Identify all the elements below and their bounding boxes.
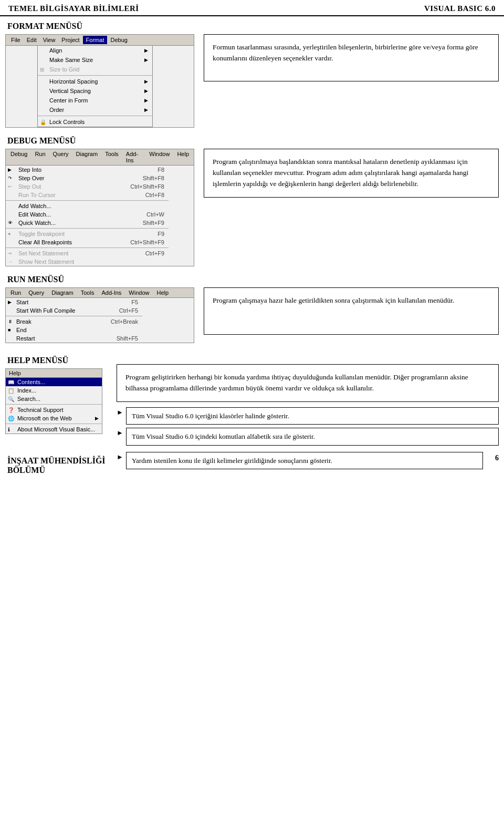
menu-item-align[interactable]: Align <box>38 46 152 55</box>
debug-sep-3 <box>6 247 169 248</box>
menu-item-center-in-form[interactable]: Center in Form <box>38 96 152 105</box>
format-dropdown: Align Make Same Size ⊞ Size to Grid Hori… <box>37 46 153 127</box>
about-icon: ℹ <box>8 427 10 432</box>
help-index-text: Tüm Visual Studio 6.0 içindeki komutları… <box>126 428 499 446</box>
debug-item-edit-watch[interactable]: Edit Watch... Ctrl+W <box>6 210 169 219</box>
menu-item-lock-controls[interactable]: 🔒 Lock Controls <box>38 117 152 127</box>
debug-sep-2 <box>6 228 169 229</box>
run-bar-help[interactable]: Help <box>154 289 171 296</box>
quick-watch-icon: 👁 <box>8 220 13 225</box>
help-item-search[interactable]: 🔍 Search... <box>6 395 102 403</box>
debug-bar-addins[interactable]: Add-Ins <box>123 150 144 164</box>
search-icon: 🔍 <box>8 396 14 402</box>
menu-item-vert-spacing[interactable]: Vertical Spacing <box>38 86 152 96</box>
help-arrow-1: ► <box>117 407 126 417</box>
show-next-icon: → <box>8 259 13 264</box>
run-menu-window: Run Query Diagram Tools Add-Ins Window H… <box>5 287 194 343</box>
format-section: FORMAT MENÜSÜ <box>0 22 504 31</box>
step-over-icon: ↷ <box>8 176 12 181</box>
help-bar-help[interactable]: Help <box>9 370 21 376</box>
debug-item-clear-all-bp[interactable]: Clear All Breakpoints Ctrl+Shift+F9 <box>6 238 169 246</box>
menu-bar-debug[interactable]: Debug <box>107 36 130 44</box>
menu-item-horiz-spacing[interactable]: Horizontal Spacing <box>38 77 152 86</box>
menu-bar-edit[interactable]: Edit <box>24 36 40 44</box>
break-icon: ⏸ <box>8 319 13 324</box>
help-menu-bar: Help <box>6 369 102 378</box>
debug-item-step-over[interactable]: ↷ Step Over Shift+F8 <box>6 174 169 182</box>
debug-menu-bar: Debug Run Query Diagram Tools Add-Ins Wi… <box>6 149 194 166</box>
run-bar-query[interactable]: Query <box>26 289 47 296</box>
menu-item-make-same-size[interactable]: Make Same Size <box>38 55 152 65</box>
format-description-box: Formun tasarlanması sırasında, yerleştir… <box>204 34 499 81</box>
help-item-about[interactable]: ℹ About Microsoft Visual Basic... <box>6 425 102 434</box>
set-next-icon: ⇒ <box>8 251 12 256</box>
header-title-left: TEMEL BİLGİSAYAR BİLİMLERİ <box>8 4 139 13</box>
run-bar-diagram[interactable]: Diagram <box>49 289 76 296</box>
help-item-contents[interactable]: 📖 Contents... <box>6 378 102 386</box>
run-item-start-full[interactable]: Start With Full Compile Ctrl+F5 <box>6 306 142 315</box>
run-item-restart[interactable]: Restart Shift+F5 <box>6 334 142 343</box>
lock-icon: 🔒 <box>40 119 46 125</box>
help-contents-text: Tüm Visual Studio 6.0 içeriğini klasörle… <box>126 407 499 425</box>
debug-item-add-watch[interactable]: Add Watch... <box>6 202 169 210</box>
help-menu-window: Help 📖 Contents... 📋 Index... 🔍 Search..… <box>5 368 102 434</box>
debug-bar-window[interactable]: Window <box>146 150 172 164</box>
menu-item-order[interactable]: Order <box>38 105 152 115</box>
run-item-break[interactable]: ⏸ Break Ctrl+Break <box>6 317 142 326</box>
insat-title-block: İNŞAAT MÜHENDİSLİĞİ BÖLÜMÜ <box>5 452 110 478</box>
debug-item-show-next: → Show Next Statement <box>6 257 169 266</box>
menu-bar-project[interactable]: Project <box>58 36 82 44</box>
debug-item-toggle-bp: ● Toggle Breakpoint F9 <box>6 230 169 238</box>
breakpoint-icon: ● <box>8 231 10 236</box>
help-item-tech-support[interactable]: ❓ Technical Support <box>6 406 102 414</box>
debug-sep-1 <box>6 200 169 201</box>
run-bar-run[interactable]: Run <box>8 289 24 296</box>
debug-section-title: DEBUG MENÜSÜ <box>5 136 499 146</box>
grid-icon: ⊞ <box>40 67 44 73</box>
help-description-box: Program geliştirirken herhangi bir konud… <box>117 364 499 402</box>
help-description-main: Program geliştirirken herhangi bir konud… <box>125 373 468 392</box>
debug-bar-tools[interactable]: Tools <box>102 150 121 164</box>
help-item-ms-web[interactable]: 🌐 Microsoft on the Web ▶ <box>6 414 102 422</box>
insat-row: İNŞAAT MÜHENDİSLİĞİ BÖLÜMÜ ► Yardım iste… <box>0 449 504 478</box>
insat-section-title: İNŞAAT MÜHENDİSLİĞİ BÖLÜMÜ <box>5 456 110 475</box>
debug-bar-query[interactable]: Query <box>50 150 71 164</box>
page-header: TEMEL BİLGİSAYAR BİLİMLERİ VISUAL BASIC … <box>0 0 504 16</box>
run-description: Program çalışmaya hazır hale getirildikt… <box>213 296 454 304</box>
run-menu-bar: Run Query Diagram Tools Add-Ins Window H… <box>6 288 194 298</box>
page-number: 6 <box>483 452 499 462</box>
run-item-start[interactable]: ▶ Start F5 <box>6 298 142 306</box>
run-item-end[interactable]: ■ End <box>6 326 142 334</box>
run-sep-1 <box>6 316 142 316</box>
format-menu-screenshot: File Edit View Project Format Debug Alig… <box>5 34 194 128</box>
header-title-right: VISUAL BASIC 6.0 <box>424 4 496 13</box>
help-section-outer: HELP MENÜSÜ Help 📖 Contents... 📋 Index..… <box>0 352 504 449</box>
debug-bar-help[interactable]: Help <box>174 150 192 164</box>
help-item-index[interactable]: 📋 Index... <box>6 386 102 395</box>
menu-bar-format[interactable]: Format <box>83 36 108 44</box>
help-title-spacer <box>117 352 499 364</box>
run-bar-window[interactable]: Window <box>126 289 152 296</box>
menu-bar-view[interactable]: View <box>40 36 59 44</box>
format-section-row: File Edit View Project Format Debug Alig… <box>0 34 504 128</box>
web-icon: 🌐 <box>8 416 14 421</box>
run-bar-tools[interactable]: Tools <box>78 289 97 296</box>
yardim-text: Yardım istenilen konu ile ilgili kelimel… <box>132 457 332 465</box>
run-bar-addins[interactable]: Add-Ins <box>99 289 124 296</box>
run-dropdown: ▶ Start F5 Start With Full Compile Ctrl+… <box>6 298 142 343</box>
menu-bar-file[interactable]: File <box>8 36 24 44</box>
help-contents-desc: ► Tüm Visual Studio 6.0 içeriğini klasör… <box>117 407 499 425</box>
debug-bar-debug[interactable]: Debug <box>8 150 30 164</box>
debug-item-quick-watch[interactable]: 👁 Quick Watch... Shift+F9 <box>6 219 169 227</box>
debug-dropdown: ▶ Step Into F8 ↷ Step Over Shift+F8 ↩ St… <box>6 166 169 266</box>
debug-bar-diagram[interactable]: Diagram <box>74 150 101 164</box>
book-icon: 📖 <box>8 379 14 385</box>
debug-description-box: Program çalıştırılmaya başlandıktan sonr… <box>204 149 499 198</box>
step-out-icon: ↩ <box>8 184 12 189</box>
help-arrow-3: ► <box>117 452 126 461</box>
debug-bar-run[interactable]: Run <box>32 150 48 164</box>
run-menu-screenshot: Run Query Diagram Tools Add-Ins Window H… <box>5 287 194 343</box>
debug-item-step-into[interactable]: ▶ Step Into F8 <box>6 166 169 174</box>
debug-item-set-next: ⇒ Set Next Statement Ctrl+F9 <box>6 249 169 257</box>
help-section-title: HELP MENÜSÜ <box>5 356 110 365</box>
